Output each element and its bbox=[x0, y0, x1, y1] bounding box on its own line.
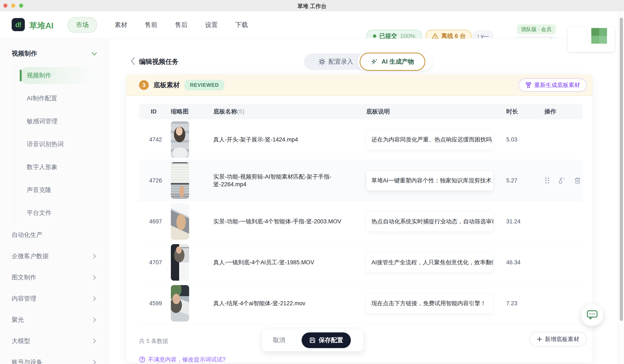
video-thumbnail[interactable] bbox=[171, 203, 189, 240]
save-icon bbox=[309, 337, 316, 343]
cell-thumb bbox=[171, 285, 213, 322]
sidebar: 视频制作 视频制作 AI制作配置 bbox=[0, 39, 109, 364]
drag-handle-icon[interactable] bbox=[545, 177, 550, 184]
sidebar-sub-item[interactable]: 平台文件 bbox=[14, 201, 108, 224]
add-material-button[interactable]: 新增底板素材 bbox=[529, 332, 587, 347]
nav-tab[interactable]: 下载 bbox=[235, 17, 248, 33]
app-header: d! 草堆AI 市场 素材 售前 售后 设置 下载 已提交 100% 离线 6 bbox=[0, 11, 624, 39]
nav-tab[interactable]: 售前 bbox=[145, 17, 157, 33]
sidebar-item[interactable]: 大模型 bbox=[0, 331, 108, 352]
sidebar-sub-item[interactable]: 声音克隆 bbox=[14, 179, 108, 201]
table-row[interactable]: 4726 实景-功能-视频剪辑-AI智能素材匹配-架子手指-竖-2264.mp4… bbox=[139, 160, 583, 201]
chat-bubble-icon bbox=[587, 310, 598, 320]
video-thumbnail[interactable] bbox=[171, 121, 189, 158]
table-row[interactable]: 4599 真人-结尾-4个ai智能体-竖-2122.mov 现在点击下方链接，免… bbox=[139, 283, 583, 324]
table-row[interactable]: 4742 真人-开头-架子展示-竖-1424.mp4 还在为内容同质化严重、热点… bbox=[139, 119, 583, 160]
section-title: 底板素材 bbox=[154, 81, 180, 90]
sidebar-items: 自动化生产 企微客户数据 图文制作 内容管理 bbox=[0, 224, 108, 364]
sidebar-group-video-production[interactable]: 视频制作 bbox=[0, 47, 108, 60]
cell-thumb bbox=[171, 162, 213, 199]
cell-id: 4697 bbox=[139, 218, 171, 225]
cancel-button[interactable]: 取消 bbox=[262, 336, 296, 344]
cell-id: 4742 bbox=[139, 136, 171, 143]
cell-desc: 现在点击下方链接，免费试用智能内容引擎！ bbox=[366, 293, 506, 314]
plus-icon bbox=[537, 337, 542, 342]
cell-duration: 5.27 bbox=[506, 177, 545, 184]
sidebar-sub-item[interactable]: 敏感词管理 bbox=[14, 110, 108, 133]
col-desc: 底板说明 bbox=[366, 108, 506, 116]
window-title: 草堆 工作台 bbox=[0, 2, 624, 10]
nav-tab[interactable]: 售后 bbox=[175, 17, 188, 33]
cell-name: 真人-结尾-4个ai智能体-竖-2122.mov bbox=[213, 299, 366, 307]
gear-icon bbox=[318, 58, 326, 65]
save-config-button[interactable]: 保存配置 bbox=[302, 332, 351, 348]
page-title: 编辑视频任务 bbox=[139, 57, 179, 66]
question-circle-icon bbox=[139, 356, 145, 363]
app-window: 草堆 工作台 d! 草堆AI 市场 素材 售前 售后 设置 下载 已提交 100… bbox=[0, 0, 624, 364]
nav-tab[interactable]: 素材 bbox=[115, 17, 127, 33]
cell-duration: 7.23 bbox=[506, 300, 545, 307]
sidebar-item[interactable]: 内容管理 bbox=[0, 288, 108, 309]
warning-triangle-icon bbox=[432, 33, 439, 39]
up-arrow-icon: ↑ bbox=[477, 33, 480, 39]
avatar-image bbox=[591, 28, 607, 44]
description-input[interactable]: 还在为内容同质化严重、热点响应迟缓而困扰吗？ bbox=[366, 129, 494, 150]
cell-desc: 还在为内容同质化严重、热点响应迟缓而困扰吗？ bbox=[366, 129, 506, 150]
cell-name: 真人-开头-架子展示-竖-1424.mp4 bbox=[213, 136, 366, 143]
video-thumbnail[interactable] bbox=[171, 285, 189, 322]
description-input[interactable]: 热点自动化系统实时捕捉行业动态，自动筛选审核并秒 bbox=[366, 211, 494, 232]
description-input[interactable]: 现在点击下方链接，免费试用智能内容引擎！ bbox=[366, 293, 494, 314]
sidebar-item[interactable]: 账号与设备 bbox=[0, 352, 108, 364]
table-header: ID 缩略图 底板名称(5) 底板说明 时长 操作 bbox=[139, 104, 583, 119]
delete-icon[interactable] bbox=[574, 177, 581, 184]
chevron-right-icon bbox=[91, 254, 96, 259]
app-logo-icon: d! bbox=[12, 18, 25, 31]
window-scrollbar-track bbox=[618, 11, 624, 364]
nav-tab[interactable]: 市场 bbox=[68, 17, 97, 33]
col-actions: 操作 bbox=[545, 108, 583, 116]
back-button[interactable] bbox=[129, 56, 137, 66]
sidebar-sub-item[interactable]: 语音识别热词 bbox=[14, 133, 108, 156]
reviewed-status-badge: REVIEWED bbox=[184, 80, 224, 90]
sidebar-sub-item[interactable]: 数字人形象 bbox=[14, 156, 108, 179]
prompt-hint-link[interactable]: 不满意内容，修改提示词试试? bbox=[139, 356, 226, 363]
sidebar-item[interactable]: 企微客户数据 bbox=[0, 246, 108, 267]
back-chevron-icon bbox=[129, 56, 137, 66]
regenerate-button[interactable]: 重新生成底板素材 bbox=[519, 78, 587, 92]
sidebar-group-label: 视频制作 bbox=[12, 49, 37, 58]
sidebar-item[interactable]: 自动化生产 bbox=[0, 224, 108, 246]
video-thumbnail[interactable] bbox=[171, 162, 189, 199]
row-count-summary: 共 5 条数据 bbox=[139, 337, 168, 345]
active-bar bbox=[20, 70, 22, 81]
sparkle-icon bbox=[371, 58, 378, 66]
window-scrollbar-thumb[interactable] bbox=[620, 18, 623, 321]
video-thumbnail[interactable] bbox=[171, 244, 189, 281]
cell-desc: 热点自动化系统实时捕捉行业动态，自动筛选审核并秒 bbox=[366, 211, 506, 232]
description-input[interactable]: AI接管生产全流程，人只聚焦创意优化，效率翻倍成本 bbox=[366, 252, 494, 273]
cell-actions bbox=[545, 177, 583, 184]
replace-material-icon[interactable] bbox=[558, 177, 566, 184]
section-card: 3 底板素材 REVIEWED 重新生成底板素材 ID 缩略图 底板名称(5) … bbox=[126, 75, 593, 363]
cell-duration: 31.24 bbox=[506, 218, 545, 225]
nav-tab[interactable]: 设置 bbox=[205, 17, 218, 33]
sidebar-item[interactable]: 聚光 bbox=[0, 309, 108, 331]
cell-name: 实景-功能-视频剪辑-AI智能素材匹配-架子手指-竖-2264.mp4 bbox=[213, 173, 366, 188]
cell-id: 4599 bbox=[139, 300, 171, 307]
description-input[interactable]: 草堆AI一键重塑内容个性：独家知识库混剪技术，调用 bbox=[366, 170, 494, 191]
cell-name: 真人-一镜到底-4个AI员工-竖-1985.MOV bbox=[213, 259, 366, 266]
version-label: v— bbox=[481, 33, 489, 39]
cell-desc: AI接管生产全流程，人只聚焦创意优化，效率翻倍成本 bbox=[366, 252, 506, 273]
cell-id: 4707 bbox=[139, 259, 171, 266]
support-chat-button[interactable] bbox=[581, 304, 603, 326]
toggle-ai-output[interactable]: AI 生成产物 bbox=[360, 53, 425, 71]
profile-avatar[interactable] bbox=[568, 27, 614, 52]
sidebar-item[interactable]: 图文制作 bbox=[0, 267, 108, 288]
col-thumb: 缩略图 bbox=[171, 108, 213, 116]
col-name-count: (5) bbox=[237, 108, 244, 115]
sidebar-sub-item[interactable]: AI制作配置 bbox=[14, 87, 108, 110]
sidebar-sub-item[interactable]: 视频制作 bbox=[14, 64, 108, 87]
table-row[interactable]: 4707 真人-一镜到底-4个AI员工-竖-1985.MOV AI接管生产全流程… bbox=[139, 242, 583, 283]
membership-badge: 团队版 · 会员 bbox=[517, 24, 555, 34]
chevron-right-icon bbox=[91, 275, 96, 280]
table-row[interactable]: 4697 实景-功能-一镜到底-4个智能体-手指-竖-2003.MOV 热点自动… bbox=[139, 201, 583, 242]
